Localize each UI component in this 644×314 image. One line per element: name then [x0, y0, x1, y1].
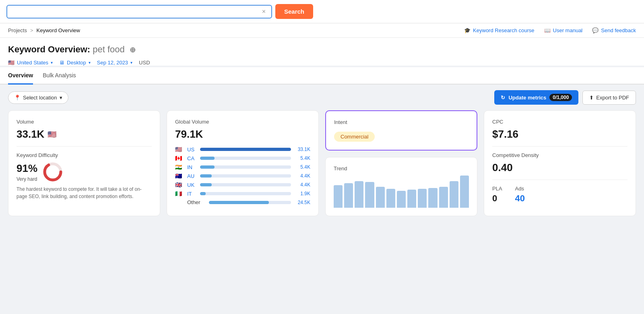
trend-bar — [365, 182, 374, 208]
country-flag-icon: 🇮🇳 — [175, 164, 184, 170]
book-icon: 📖 — [544, 27, 551, 33]
page-title: Keyword Overview: pet food ⊕ — [8, 44, 636, 55]
country-row: 🇮🇳 IN 5.4K — [175, 164, 310, 170]
currency-label: USD — [139, 60, 150, 66]
country-flag-icon: 🇦🇺 — [175, 173, 184, 179]
other-label: Other — [187, 199, 206, 205]
country-row: 🇺🇸 US 33.1K — [175, 146, 310, 153]
country-bar-bg — [200, 174, 291, 178]
location-chevron-icon: ▾ — [51, 60, 53, 65]
keyword-course-link[interactable]: 🎓 Keyword Research course — [464, 27, 534, 33]
kd-value: 91% — [17, 162, 37, 175]
export-label: Export to PDF — [596, 95, 629, 101]
location-chevron-icon: ▾ — [60, 95, 62, 101]
cpc-card: CPC $7.16 Competitive Density 0.40 PLA 0… — [484, 110, 636, 216]
country-flag-icon: 🇮🇹 — [175, 190, 184, 197]
pla-label: PLA — [492, 186, 502, 192]
top-nav-links: 🎓 Keyword Research course 📖 User manual … — [464, 27, 636, 33]
trend-bar — [450, 181, 458, 208]
toolbar-right: ↻ Update metrics 0/1,000 ⬆ Export to PDF — [494, 90, 636, 105]
pla-value: 0 — [492, 193, 502, 204]
intent-badge: Commercial — [334, 132, 375, 142]
country-bar-bg — [200, 148, 291, 151]
breadcrumb-parent[interactable]: Projects — [8, 27, 27, 33]
select-location-button[interactable]: 📍 Select location ▾ — [8, 91, 68, 104]
search-button[interactable]: Search — [275, 4, 313, 19]
comp-density-label: Competitive Density — [492, 152, 627, 158]
send-feedback-label: Send feedback — [601, 27, 636, 33]
user-manual-link[interactable]: 📖 User manual — [544, 27, 583, 33]
date-filter-button[interactable]: Sep 12, 2023 ▾ — [97, 60, 132, 66]
country-flag-icon: 🇨🇦 — [175, 155, 184, 161]
trend-bar — [439, 187, 448, 208]
cards-grid: Volume 33.1K 🇺🇸 Keyword Difficulty 91% V… — [0, 110, 644, 224]
location-filter-button[interactable]: 🇺🇸 United States ▾ — [8, 60, 53, 66]
tab-overview[interactable]: Overview — [8, 72, 33, 85]
other-bar-fill — [209, 201, 269, 204]
desktop-icon: 🖥 — [59, 60, 64, 66]
location-pin-icon: 📍 — [14, 95, 21, 101]
page-title-prefix: Keyword Overview: — [8, 44, 90, 54]
country-bar-fill — [200, 157, 215, 160]
clear-icon[interactable]: × — [262, 8, 266, 15]
pla-ads-row: PLA 0 Ads 40 — [492, 186, 627, 204]
tabs-row: Overview Bulk Analysis — [0, 67, 644, 85]
country-code: IT — [187, 191, 197, 197]
date-label: Sep 12, 2023 — [97, 60, 128, 66]
breadcrumb-current: Keyword Overview — [37, 27, 80, 33]
device-filter-button[interactable]: 🖥 Desktop ▾ — [59, 60, 91, 66]
filter-row: 🇺🇸 United States ▾ 🖥 Desktop ▾ Sep 12, 2… — [8, 55, 636, 66]
feedback-icon: 💬 — [592, 27, 599, 33]
trend-bar — [386, 189, 395, 208]
ads-label: Ads — [515, 186, 525, 192]
other-count: 24.5K — [294, 200, 310, 205]
intent-card: Intent Commercial — [325, 110, 477, 151]
trend-bar — [418, 189, 427, 208]
us-flag-icon: 🇺🇸 — [8, 60, 14, 66]
country-code: IN — [187, 164, 197, 170]
trend-bar — [397, 191, 406, 208]
device-label: Desktop — [67, 60, 86, 66]
keyword-value: pet food — [93, 44, 125, 54]
country-flag-icon: 🇬🇧 — [175, 182, 184, 188]
trend-bar — [460, 176, 469, 208]
device-chevron-icon: ▾ — [89, 60, 91, 65]
trend-bar — [428, 188, 437, 208]
page-header: Keyword Overview: pet food ⊕ 🇺🇸 United S… — [0, 38, 644, 66]
volume-flag-icon: 🇺🇸 — [47, 130, 56, 139]
trend-bar — [355, 181, 363, 208]
pla-item: PLA 0 — [492, 186, 502, 204]
country-count: 4.4K — [294, 182, 310, 188]
trend-bar — [334, 185, 343, 208]
breadcrumb-separator: > — [30, 27, 33, 33]
export-pdf-button[interactable]: ⬆ Export to PDF — [582, 91, 636, 105]
add-keyword-icon[interactable]: ⊕ — [130, 46, 136, 54]
country-bar-fill — [200, 165, 215, 169]
volume-value: 33.1K — [17, 128, 44, 140]
country-count: 5.4K — [294, 164, 310, 170]
toolbar: 📍 Select location ▾ ↻ Update metrics 0/1… — [0, 85, 644, 110]
country-code: UK — [187, 182, 197, 188]
country-rows: 🇺🇸 US 33.1K 🇨🇦 CA 5.4K 🇮🇳 IN 5.4K 🇦🇺 AU — [175, 146, 310, 197]
tab-bulk-analysis[interactable]: Bulk Analysis — [43, 72, 76, 85]
ads-item: Ads 40 — [515, 186, 525, 204]
comp-density-value: 0.40 — [492, 161, 627, 174]
graduation-icon: 🎓 — [464, 27, 471, 33]
export-icon: ⬆ — [589, 95, 594, 101]
global-volume-card: Global Volume 79.1K 🇺🇸 US 33.1K 🇨🇦 CA 5.… — [167, 110, 319, 216]
country-bar-fill — [200, 148, 291, 151]
search-bar: pet food × Search — [0, 0, 644, 23]
update-metrics-button[interactable]: ↻ Update metrics 0/1,000 — [494, 90, 578, 105]
send-feedback-link[interactable]: 💬 Send feedback — [592, 27, 636, 33]
country-code: US — [187, 147, 197, 153]
location-placeholder: Select location — [23, 95, 57, 101]
country-bar-bg — [200, 157, 291, 160]
card-divider-2 — [492, 180, 627, 180]
card-divider — [17, 146, 152, 147]
country-bar-fill — [200, 183, 212, 186]
kd-label: Keyword Difficulty — [17, 152, 152, 158]
search-input[interactable]: pet food — [12, 8, 262, 15]
country-row: 🇨🇦 CA 5.4K — [175, 155, 310, 161]
country-bar-bg — [200, 183, 291, 186]
date-chevron-icon: ▾ — [130, 60, 132, 65]
